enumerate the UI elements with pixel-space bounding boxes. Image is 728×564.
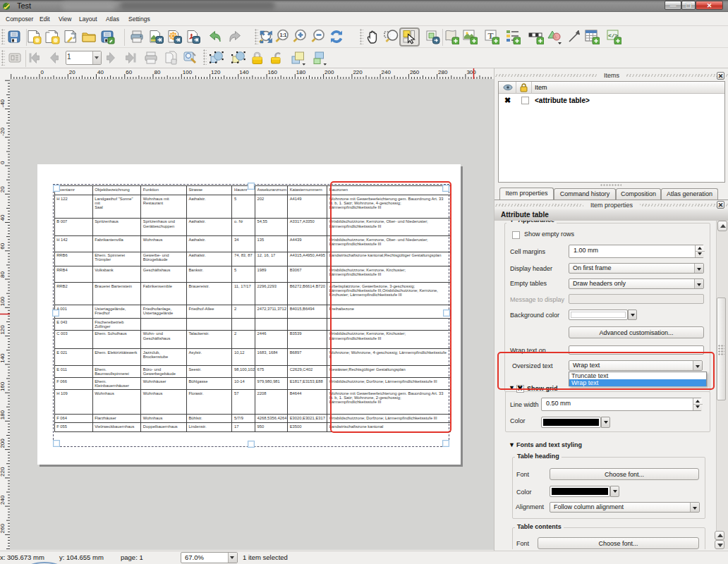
svg-text:20: 20 — [69, 69, 75, 75]
svg-text:240: 240 — [382, 69, 392, 75]
svg-text:1:1: 1:1 — [280, 32, 287, 37]
svg-text:160: 160 — [0, 381, 6, 391]
svg-text:220: 220 — [0, 467, 6, 477]
svg-text:280: 280 — [438, 69, 448, 75]
svg-text:20: 20 — [0, 186, 6, 192]
svg-text:260: 260 — [0, 524, 6, 534]
svg-text:160: 160 — [268, 69, 278, 75]
svg-text:40: 40 — [97, 69, 104, 75]
svg-text:100: 100 — [0, 296, 6, 306]
svg-text:220: 220 — [353, 69, 363, 75]
svg-text:60: 60 — [0, 243, 6, 249]
svg-text:140: 140 — [0, 353, 6, 363]
svg-text:120: 120 — [211, 69, 221, 75]
svg-text:60: 60 — [126, 69, 132, 75]
svg-text:80: 80 — [0, 271, 6, 278]
svg-text:-20: -20 — [0, 128, 6, 136]
svg-text:80: 80 — [154, 69, 161, 75]
svg-text:180: 180 — [0, 410, 6, 419]
svg-text:100: 100 — [183, 69, 193, 75]
svg-text:200: 200 — [324, 69, 334, 75]
svg-text:0: 0 — [0, 161, 6, 164]
svg-text:0: 0 — [41, 69, 44, 75]
svg-text:260: 260 — [410, 69, 420, 75]
svg-text:300: 300 — [466, 69, 476, 75]
svg-text:240: 240 — [0, 495, 6, 505]
svg-text:40: 40 — [0, 214, 6, 221]
svg-text:120: 120 — [0, 325, 6, 335]
svg-text:-40: -40 — [0, 99, 6, 107]
svg-text:180: 180 — [296, 69, 306, 75]
svg-text:140: 140 — [239, 69, 249, 75]
svg-text:200: 200 — [0, 439, 6, 448]
